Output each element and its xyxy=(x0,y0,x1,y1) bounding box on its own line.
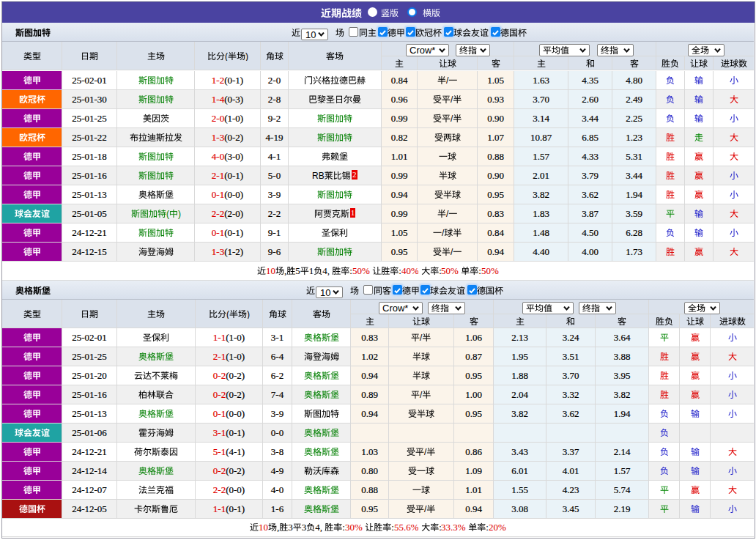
svg-text:/: / xyxy=(446,75,449,85)
svg-text:/: / xyxy=(420,390,423,399)
svg-text:20%: 20% xyxy=(489,522,506,532)
svg-text:10: 10 xyxy=(259,522,268,532)
svg-text:3: 3 xyxy=(289,522,293,532)
svg-text:10: 10 xyxy=(266,265,275,275)
svg-text:/: / xyxy=(451,114,453,123)
svg-text:1: 1 xyxy=(309,265,314,275)
svg-text:/: / xyxy=(424,504,427,514)
svg-text:(: ( xyxy=(166,209,168,218)
svg-text:/: / xyxy=(451,95,453,104)
svg-text:40%: 40% xyxy=(401,265,419,275)
svg-text:(: ( xyxy=(225,51,228,61)
svg-text:5: 5 xyxy=(295,265,300,275)
svg-text:30%: 30% xyxy=(345,522,363,532)
svg-text:/: / xyxy=(446,209,449,218)
svg-text:/: / xyxy=(424,447,427,456)
svg-text:,: , xyxy=(277,522,279,532)
svg-text:): ) xyxy=(177,209,180,218)
svg-text:4,: 4, xyxy=(316,522,323,532)
svg-text:(: ( xyxy=(226,309,229,319)
svg-text:4,: 4, xyxy=(322,265,330,275)
svg-text:/: / xyxy=(420,333,423,342)
svg-text:50%: 50% xyxy=(352,265,370,275)
svg-text:50%: 50% xyxy=(441,265,459,275)
svg-text:33.3%: 33.3% xyxy=(441,522,466,532)
svg-text:/: / xyxy=(451,247,453,256)
svg-text:): ) xyxy=(246,309,249,319)
svg-text:3: 3 xyxy=(302,522,306,532)
svg-text:50%: 50% xyxy=(481,265,499,275)
svg-text:55.6%: 55.6% xyxy=(394,522,419,532)
svg-text:/: / xyxy=(442,228,445,237)
svg-text:RB: RB xyxy=(312,171,325,180)
svg-text:,: , xyxy=(284,265,286,275)
svg-text:): ) xyxy=(245,51,248,61)
